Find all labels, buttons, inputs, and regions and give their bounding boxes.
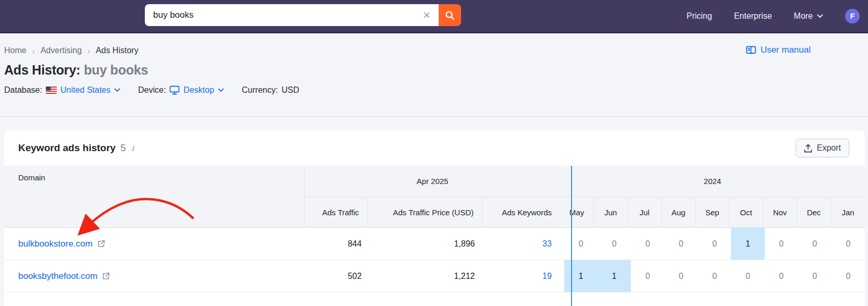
month-cell: 0 (664, 260, 698, 292)
ads-traffic-value: 844 (312, 228, 374, 260)
breadcrumb-advertising[interactable]: Advertising (41, 46, 82, 55)
table-row: booksbythefoot.com 502 1,212 19 1 1 0 0 … (4, 260, 865, 292)
month-cell: 0 (664, 228, 698, 260)
month-cell: 0 (631, 260, 664, 292)
column-header-ads-keywords: Ads Keywords (482, 197, 560, 227)
month-cell: 0 (765, 228, 798, 260)
currency-value: USD (281, 85, 299, 95)
column-header-jan: Jan (831, 197, 865, 227)
nav-menu-more[interactable]: More (794, 11, 823, 21)
export-label: Export (817, 143, 841, 153)
nav-right: Pricing Enterprise More F (687, 0, 860, 32)
table-row: bulkbookstore.com 844 1,896 33 0 0 0 0 0… (4, 228, 865, 260)
month-cell: 0 (698, 228, 731, 260)
nav-more-label: More (794, 11, 813, 21)
nav-link-pricing[interactable]: Pricing (687, 11, 712, 21)
domain-link[interactable]: booksbythefoot.com (18, 271, 97, 281)
device-filter: Device: Desktop (138, 85, 224, 95)
ads-keywords-link[interactable]: 19 (487, 260, 564, 292)
breadcrumb: Home › Advertising › Ads History (4, 46, 139, 55)
month-cell: 0 (698, 260, 731, 292)
user-manual-label: User manual (761, 45, 811, 55)
table-header: Domain Apr 2025 Ads Traffic Ads Traffic … (4, 166, 865, 228)
external-link-icon[interactable] (97, 240, 105, 248)
card-header: Keyword ads history 5 i Export (4, 130, 865, 166)
column-header-jul: Jul (628, 197, 662, 227)
column-header-domain: Domain (4, 166, 305, 227)
chevron-down-icon (218, 88, 224, 92)
search-button[interactable] (439, 4, 461, 26)
column-group-apr-2025: Apr 2025 Ads Traffic Ads Traffic Price (… (305, 166, 560, 227)
us-flag-icon (46, 87, 57, 94)
desktop-icon (169, 85, 180, 95)
ads-keywords-link[interactable]: 33 (487, 228, 564, 260)
chevron-down-icon (114, 88, 120, 92)
table-row (4, 292, 865, 306)
currency-label: Currency: (242, 85, 278, 95)
group-header-apr-2025: Apr 2025 (305, 166, 560, 197)
device-label: Device: (138, 85, 166, 95)
nav-link-enterprise[interactable]: Enterprise (734, 11, 772, 21)
clear-search-icon[interactable]: × (421, 9, 432, 21)
section-divider (0, 116, 868, 117)
breadcrumb-ads-history: Ads History (96, 46, 139, 55)
search-input-wrap: × (145, 4, 439, 26)
month-cell: 1 (731, 228, 764, 260)
group-header-2024: 2024 (560, 166, 865, 197)
month-cell: 0 (798, 260, 832, 292)
keyword-ads-history-card: Keyword ads history 5 i Export Domain Ap… (4, 130, 865, 306)
page-title-prefix: Ads History: (4, 63, 80, 77)
month-cell: 0 (798, 228, 832, 260)
month-cell: 0 (832, 260, 865, 292)
month-cell: 0 (731, 260, 764, 292)
column-header-aug: Aug (662, 197, 696, 227)
chevron-down-icon (817, 14, 823, 18)
book-icon (746, 45, 757, 55)
external-link-icon[interactable] (102, 272, 110, 280)
column-header-oct: Oct (729, 197, 763, 227)
month-cell: 0 (598, 228, 631, 260)
month-cell: 0 (765, 260, 798, 292)
info-icon[interactable]: i (130, 143, 135, 153)
database-selector[interactable]: United States (46, 85, 120, 95)
search-input[interactable] (153, 10, 421, 20)
card-title: Keyword ads history (18, 142, 116, 154)
column-header-may: May (560, 197, 594, 227)
database-value: United States (60, 85, 110, 95)
months-divider-line (571, 166, 572, 306)
month-cell: 0 (832, 228, 865, 260)
column-group-2024: 2024 May Jun Jul Aug Sep Oct Nov Dec Jan (560, 166, 865, 227)
breadcrumb-separator-icon: › (88, 46, 90, 55)
column-header-nov: Nov (763, 197, 797, 227)
column-header-ads-traffic: Ads Traffic (305, 197, 368, 227)
month-cell: 1 (598, 260, 631, 292)
search-icon (445, 10, 455, 20)
database-label: Database: (4, 85, 42, 95)
column-header-ads-traffic-price: Ads Traffic Price (USD) (368, 197, 482, 227)
ads-traffic-price-value: 1,896 (374, 228, 487, 260)
ads-traffic-value: 502 (312, 260, 374, 292)
user-avatar[interactable]: F (845, 9, 860, 23)
domain-link[interactable]: bulkbookstore.com (18, 239, 93, 249)
column-header-jun: Jun (594, 197, 628, 227)
filters-row: Database: United States Device: (4, 85, 299, 95)
user-manual-link[interactable]: User manual (746, 45, 811, 55)
export-button[interactable]: Export (796, 139, 849, 157)
page-title-keyword: buy books (84, 63, 148, 77)
search-bar: × (145, 4, 461, 26)
breadcrumb-home[interactable]: Home (4, 46, 27, 55)
month-cell: 0 (631, 228, 664, 260)
breadcrumb-separator-icon: › (32, 46, 35, 55)
column-header-sep: Sep (696, 197, 729, 227)
column-header-dec: Dec (797, 197, 831, 227)
month-cell: 0 (564, 228, 598, 260)
ads-traffic-price-value: 1,212 (374, 260, 487, 292)
device-value: Desktop (183, 85, 214, 95)
currency-filter: Currency: USD (242, 85, 299, 95)
database-filter: Database: United States (4, 85, 120, 95)
upload-icon (804, 144, 812, 153)
page-title: Ads History: buy books (4, 63, 148, 78)
top-navbar: × Pricing Enterprise More F (0, 0, 868, 33)
device-selector[interactable]: Desktop (169, 85, 224, 95)
month-cell: 1 (564, 260, 598, 292)
